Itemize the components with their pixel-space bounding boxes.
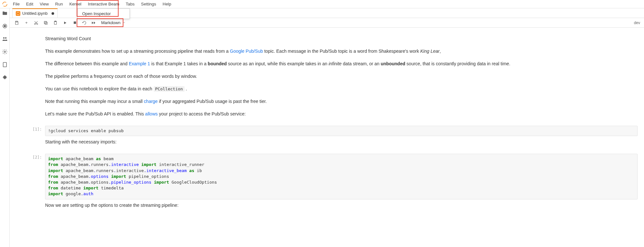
save-button[interactable] (12, 19, 21, 27)
toolbar: + Markdown dev (10, 18, 644, 28)
menu-file[interactable]: File (10, 0, 23, 8)
md-p2: The difference between this example and … (45, 60, 638, 67)
interactive-beam-dropdown: Open Inspector (77, 8, 130, 19)
svg-point-3 (3, 37, 5, 39)
gear-icon[interactable] (2, 49, 8, 55)
folder-icon[interactable] (2, 10, 8, 16)
svg-rect-6 (3, 62, 6, 67)
svg-rect-2 (4, 25, 5, 27)
menu-view[interactable]: View (36, 0, 52, 8)
copy-button[interactable] (41, 19, 50, 27)
top-menubar: File Edit View Run Kernel Interactive Be… (0, 0, 644, 8)
toolbar-right-label: dev (634, 21, 641, 25)
md-p1: This example demonstrates how to set up … (45, 48, 638, 55)
svg-point-0 (3, 2, 7, 6)
stop-button[interactable] (70, 19, 79, 27)
md-p5: Note that running this example may incur… (45, 98, 638, 105)
md-p8: Now we are setting up the options to cre… (45, 202, 638, 209)
svg-point-5 (4, 51, 5, 53)
md-p6: Let's make sure the Pub/Sub API is enabl… (45, 111, 638, 117)
running-icon[interactable] (2, 23, 8, 29)
svg-rect-7 (16, 21, 18, 22)
menu-edit[interactable]: Edit (23, 0, 36, 8)
tab-title: Untitled.ipynb (22, 11, 48, 16)
code-cell-1[interactable]: !gcloud services enable pubsub (45, 126, 644, 136)
run-button[interactable] (61, 19, 70, 27)
svg-rect-11 (44, 21, 46, 23)
menu-run[interactable]: Run (52, 0, 66, 8)
menu-kernel[interactable]: Kernel (66, 0, 85, 8)
svg-rect-14 (73, 22, 76, 24)
menu-settings[interactable]: Settings (138, 0, 159, 8)
prompt-2: [2]: (10, 154, 45, 199)
users-icon[interactable] (2, 36, 8, 42)
cell-type-select[interactable]: Markdown (99, 20, 128, 25)
link-allows[interactable]: allows (145, 111, 158, 116)
doc-icon[interactable] (2, 62, 8, 68)
restart-run-all-button[interactable] (90, 19, 99, 27)
markdown-cell[interactable]: Streaming Word Count This example demons… (45, 35, 644, 123)
md-p7: Starting with the necessary imports: (45, 139, 638, 145)
notebook-icon (16, 11, 20, 16)
code-cell-2[interactable]: import apache_beam as beam from apache_b… (45, 154, 644, 199)
md-p3: The pipeline performs a frequency count … (45, 73, 638, 80)
svg-rect-10 (45, 22, 47, 24)
cell-type-label: Markdown (101, 20, 120, 25)
markdown-cell-imports[interactable]: Starting with the necessary imports: (45, 139, 644, 151)
puzzle-icon[interactable] (2, 75, 8, 80)
restart-button[interactable] (80, 19, 89, 27)
md-p4: You can use this notebook to explore the… (45, 86, 638, 92)
insert-cell-button[interactable]: + (22, 19, 31, 27)
prompt-1: [1]: (10, 126, 45, 136)
menu-tabs[interactable]: Tabs (122, 0, 138, 8)
chevron-down-icon (122, 20, 126, 25)
cut-button[interactable] (32, 19, 41, 27)
unsaved-indicator (52, 12, 54, 15)
link-pubsub[interactable]: Google Pub/Sub (230, 49, 263, 54)
md-title: Streaming Word Count (45, 35, 638, 42)
link-charge[interactable]: charge (144, 99, 158, 104)
dropdown-open-inspector[interactable]: Open Inspector (78, 9, 130, 19)
code-input-1[interactable]: !gcloud services enable pubsub (45, 126, 638, 136)
notebook-area[interactable]: Streaming Word Count This example demons… (10, 28, 644, 247)
svg-point-4 (5, 37, 6, 39)
code-input-2[interactable]: import apache_beam as beam from apache_b… (45, 154, 638, 199)
markdown-cell-options[interactable]: Now we are setting up the options to cre… (45, 202, 644, 215)
jupyter-logo (0, 0, 10, 8)
menu-interactive-beam[interactable]: Interactive Beam (85, 0, 123, 8)
paste-button[interactable] (51, 19, 60, 27)
left-rail (0, 0, 10, 247)
link-example1[interactable]: Example 1 (129, 61, 150, 66)
prompt-empty (10, 35, 45, 123)
tab-notebook[interactable]: Untitled.ipynb (12, 8, 58, 18)
menu-help[interactable]: Help (159, 0, 175, 8)
